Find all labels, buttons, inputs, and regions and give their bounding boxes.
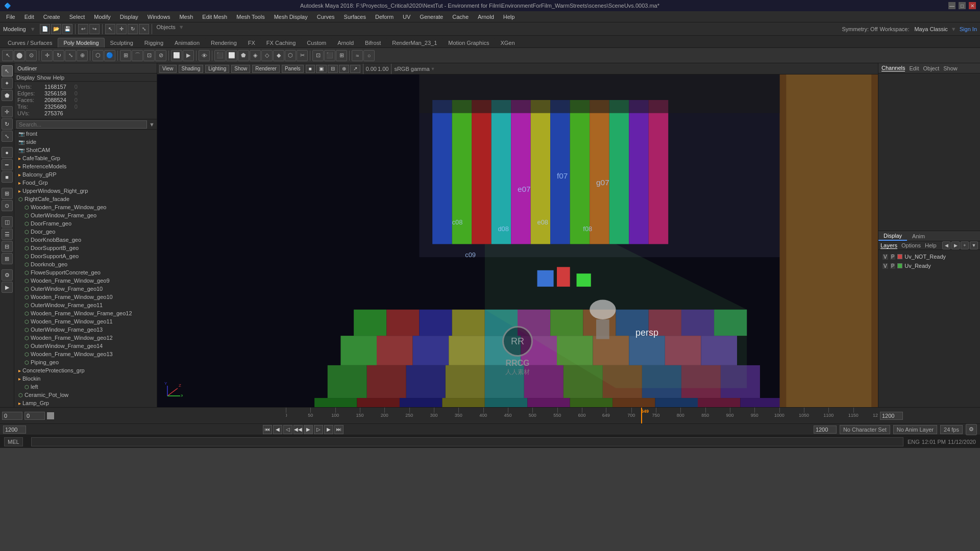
- view-menu[interactable]: View: [159, 65, 177, 73]
- prev-key-btn[interactable]: ◁: [283, 425, 292, 434]
- attr-editor[interactable]: ⊟: [2, 241, 13, 252]
- list-item[interactable]: ▸ConcreteProtections_grp: [14, 366, 157, 374]
- layer-p1[interactable]: P: [890, 254, 896, 260]
- prev-frame-btn[interactable]: ◀: [273, 425, 282, 434]
- channels-tab[interactable]: Channels: [881, 65, 905, 71]
- list-item[interactable]: ▸UpperWindows_Right_grp: [14, 187, 157, 195]
- menu-item-file[interactable]: File: [2, 13, 19, 21]
- layer-p2[interactable]: P: [890, 263, 896, 269]
- menu-item-display[interactable]: Display: [116, 13, 142, 21]
- range-end-input[interactable]: [880, 412, 903, 420]
- fps-display[interactable]: 24 fps: [940, 425, 963, 434]
- help-sub-tab[interactable]: Help: [925, 242, 937, 248]
- anim-tab[interactable]: Anim: [907, 232, 930, 240]
- list-item[interactable]: ▸CafeTable_Grp: [14, 154, 157, 162]
- options-sub-tab[interactable]: Options: [901, 242, 921, 248]
- universal-manip[interactable]: ⊕: [77, 50, 88, 61]
- poly-bevel[interactable]: ⬟: [238, 50, 249, 61]
- rotate-btn[interactable]: ↻: [2, 118, 13, 130]
- channel-box-toggle[interactable]: ⊞: [2, 253, 13, 264]
- shading-menu[interactable]: Shading: [179, 65, 204, 73]
- tab-motion-graphics[interactable]: Motion Graphics: [443, 38, 495, 47]
- menu-item-mesh-display[interactable]: Mesh Display: [270, 13, 312, 21]
- list-item[interactable]: ▸Food_Grp: [14, 179, 157, 187]
- select-tool[interactable]: ↖: [2, 50, 13, 61]
- list-item[interactable]: ⬡OuterWindow_Frame_geo: [14, 211, 157, 219]
- tab-fx[interactable]: FX: [242, 38, 261, 47]
- viewport-3d[interactable]: e07 f07 g07 c08 d08 e08 f08 c09 persp RR…: [157, 74, 878, 407]
- layer-v2[interactable]: V: [883, 263, 888, 269]
- menu-item-edit-mesh[interactable]: Edit Mesh: [198, 13, 231, 21]
- menu-item-edit[interactable]: Edit: [20, 13, 38, 21]
- uv-layout[interactable]: ⬛: [324, 50, 335, 61]
- layer-prev-btn[interactable]: ◀: [942, 241, 950, 249]
- show-tab[interactable]: Show: [943, 65, 958, 71]
- list-item[interactable]: ⬡Wooden_Frame_Window_geo: [14, 203, 157, 211]
- tab-sculpting[interactable]: Sculpting: [105, 38, 139, 47]
- soft-mod[interactable]: ⬡: [92, 50, 104, 61]
- go-to-start-btn[interactable]: ⏮: [263, 425, 272, 434]
- go-to-end-btn[interactable]: ⏭: [334, 425, 344, 434]
- layer-next-btn[interactable]: ▶: [951, 241, 960, 249]
- timeline-ruler[interactable]: 1200115011001050100095090085080075070064…: [286, 408, 878, 423]
- rotate-tool[interactable]: ↻: [53, 50, 64, 61]
- menu-item-surfaces[interactable]: Surfaces: [340, 13, 370, 21]
- vp-ctrl-3[interactable]: ⊟: [328, 65, 338, 73]
- smooth[interactable]: ○: [363, 50, 375, 61]
- mel-label[interactable]: MEL: [4, 437, 23, 446]
- render-btn[interactable]: ▶: [2, 282, 13, 293]
- uv-unfold[interactable]: ⊡: [312, 50, 324, 61]
- show-menu[interactable]: Show: [231, 65, 250, 73]
- tab-xgen[interactable]: XGen: [495, 38, 520, 47]
- list-item[interactable]: ▸Blockin: [14, 374, 157, 383]
- scale-btn[interactable]: ⤡: [2, 131, 13, 142]
- ipr-render[interactable]: ▶: [183, 50, 194, 61]
- start-frame-input[interactable]: [3, 425, 26, 434]
- next-frame-btn[interactable]: ▶: [324, 425, 333, 434]
- tab-curves---surfaces[interactable]: Curves / Surfaces: [2, 38, 58, 47]
- list-item[interactable]: ⬡OuterWindow_Frame_geo13: [14, 325, 157, 334]
- list-item[interactable]: ▸Lamp_Grp: [14, 399, 157, 407]
- edit-tab[interactable]: Edit: [909, 65, 919, 71]
- menu-item-generate[interactable]: Generate: [415, 13, 447, 21]
- minimize-button[interactable]: —: [948, 2, 955, 9]
- menu-item-curves[interactable]: Curves: [313, 13, 339, 21]
- uv-editor[interactable]: ⊞: [336, 50, 347, 61]
- menu-item-select[interactable]: Select: [65, 13, 89, 21]
- menu-item-mesh-tools[interactable]: Mesh Tools: [232, 13, 268, 21]
- tab-rigging[interactable]: Rigging: [139, 38, 169, 47]
- toolbar-undo[interactable]: ↩: [78, 24, 88, 34]
- list-item[interactable]: ⬡OuterWindow_Frame_geo11: [14, 301, 157, 309]
- move-btn[interactable]: ✛: [2, 106, 13, 117]
- poly-extrude[interactable]: ⬛: [214, 50, 226, 61]
- camera-view[interactable]: ◫: [2, 216, 13, 228]
- menu-item-mesh[interactable]: Mesh: [175, 13, 197, 21]
- list-item[interactable]: ⬡Wooden_Frame_Window_geo11: [14, 317, 157, 325]
- list-item[interactable]: ⬡DoorSupportB_geo: [14, 244, 157, 252]
- poly-insert-loop[interactable]: ◈: [250, 50, 261, 61]
- current-frame-input[interactable]: [2, 412, 22, 420]
- vp-ctrl-2[interactable]: ▣: [316, 65, 327, 73]
- snap-curve[interactable]: ⌒: [132, 50, 143, 61]
- list-item[interactable]: ⬡left: [14, 383, 157, 391]
- menu-item-help[interactable]: Help: [499, 13, 519, 21]
- layers-sub-tab[interactable]: Layers: [880, 242, 897, 249]
- list-item[interactable]: 📷front: [14, 130, 157, 138]
- toolbar-select[interactable]: ↖: [105, 24, 115, 34]
- list-item[interactable]: ⬡Door_geo: [14, 228, 157, 236]
- snap-to-grid[interactable]: ⊞: [2, 188, 13, 199]
- list-item[interactable]: ⬡DoorKnobBase_geo: [14, 236, 157, 244]
- display-tab[interactable]: Display: [878, 232, 907, 241]
- list-item[interactable]: ⬡Ceramic_Pot_low: [14, 391, 157, 399]
- toolbar-new[interactable]: 📄: [40, 24, 50, 34]
- maximize-button[interactable]: □: [959, 2, 966, 9]
- toolbar-redo[interactable]: ↪: [89, 24, 100, 34]
- outliner-help[interactable]: Help: [53, 74, 65, 81]
- no-character-set[interactable]: No Character Set: [840, 425, 890, 434]
- face-mode[interactable]: ■: [2, 171, 13, 183]
- sign-in-btn[interactable]: Sign In: [960, 26, 977, 32]
- layer-options-btn[interactable]: ▼: [970, 241, 978, 249]
- menu-item-cache[interactable]: Cache: [448, 13, 473, 21]
- tab-renderman_23_1[interactable]: RenderMan_23_1: [386, 38, 443, 47]
- tab-custom[interactable]: Custom: [301, 38, 332, 47]
